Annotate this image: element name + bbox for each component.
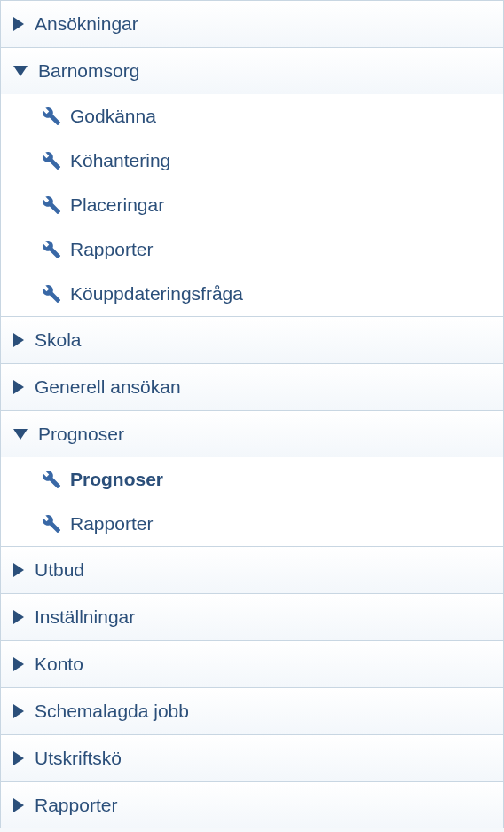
nav-item-godkanna[interactable]: Godkänna xyxy=(1,94,503,139)
nav-group-barnomsorg[interactable]: Barnomsorg xyxy=(1,47,503,95)
chevron-down-icon xyxy=(13,66,28,76)
nav-group-konto[interactable]: Konto xyxy=(1,640,503,688)
wrench-icon xyxy=(42,470,61,489)
wrench-icon xyxy=(42,151,61,170)
nav-item-rapporter-prognoser[interactable]: Rapporter xyxy=(1,502,503,546)
chevron-right-icon xyxy=(13,798,24,812)
nav-group-label: Prognoser xyxy=(38,424,124,445)
nav-item-label: Prognoser xyxy=(70,469,163,490)
nav-item-placeringar[interactable]: Placeringar xyxy=(1,183,503,227)
nav-group-label: Ansökningar xyxy=(35,13,138,35)
nav-item-label: Köhantering xyxy=(70,150,170,171)
chevron-right-icon xyxy=(13,333,24,347)
wrench-icon xyxy=(42,107,61,126)
chevron-right-icon xyxy=(13,704,24,718)
nav-item-kouppdateringsfraga[interactable]: Köuppdateringsfråga xyxy=(1,272,503,316)
chevron-right-icon xyxy=(13,751,24,765)
nav-group-label: Konto xyxy=(35,654,83,675)
nav-group-label: Barnomsorg xyxy=(38,60,139,82)
nav-group-prognoser[interactable]: Prognoser xyxy=(1,410,503,458)
nav-item-prognoser[interactable]: Prognoser xyxy=(1,457,503,502)
nav-group-label: Generell ansökan xyxy=(35,376,181,398)
nav-group-skola[interactable]: Skola xyxy=(1,316,503,364)
nav-item-label: Rapporter xyxy=(70,239,153,260)
navigation-tree: Ansökningar Barnomsorg Godkänna Köhanter… xyxy=(0,0,504,828)
wrench-icon xyxy=(42,240,61,259)
nav-group-label: Schemalagda jobb xyxy=(35,701,189,722)
nav-item-label: Placeringar xyxy=(70,194,164,216)
nav-group-label: Inställningar xyxy=(35,606,135,628)
chevron-right-icon xyxy=(13,610,24,624)
wrench-icon xyxy=(42,195,61,215)
wrench-icon xyxy=(42,284,61,304)
nav-item-rapporter-barnomsorg[interactable]: Rapporter xyxy=(1,227,503,272)
nav-group-label: Rapporter xyxy=(35,795,117,816)
chevron-right-icon xyxy=(13,380,24,394)
nav-group-ansokningar[interactable]: Ansökningar xyxy=(1,0,503,48)
nav-group-utbud[interactable]: Utbud xyxy=(1,546,503,594)
nav-item-label: Rapporter xyxy=(70,513,153,535)
nav-group-installningar[interactable]: Inställningar xyxy=(1,593,503,641)
chevron-right-icon xyxy=(13,657,24,671)
nav-group-utskriftsko[interactable]: Utskriftskö xyxy=(1,734,503,782)
wrench-icon xyxy=(42,514,61,534)
nav-group-rapporter[interactable]: Rapporter xyxy=(1,781,503,828)
nav-item-label: Godkänna xyxy=(70,106,156,127)
chevron-down-icon xyxy=(13,429,28,440)
nav-group-generell-ansokan[interactable]: Generell ansökan xyxy=(1,363,503,411)
nav-group-label: Skola xyxy=(35,329,82,351)
chevron-right-icon xyxy=(13,563,24,577)
nav-group-label: Utskriftskö xyxy=(35,748,122,769)
nav-item-kohantering[interactable]: Köhantering xyxy=(1,139,503,183)
nav-group-label: Utbud xyxy=(35,559,84,581)
chevron-right-icon xyxy=(13,17,24,31)
nav-item-label: Köuppdateringsfråga xyxy=(70,283,243,305)
nav-group-schemalagda-jobb[interactable]: Schemalagda jobb xyxy=(1,687,503,735)
